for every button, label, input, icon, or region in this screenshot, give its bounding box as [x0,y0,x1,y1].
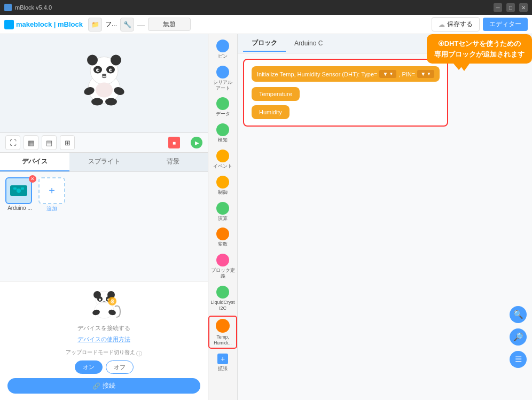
file-menu-button[interactable]: 📁 [88,18,102,32]
tab-backgrounds[interactable]: 背景 [138,153,208,171]
extension-label: 拡張 [208,365,237,372]
upload-mode-buttons: オン オフ [7,360,200,374]
initialize-block-text: Initialize Temp, Humidity Sensor (DHT): … [257,71,377,77]
title-bar: mBlock v5.4.0 ─ □ ✕ [0,0,532,15]
stop-button[interactable]: ■ [168,137,180,148]
app-title: mBlock v5.4.0 [15,4,52,11]
brand-label: makeblock | mBlock [16,20,83,28]
humidity-block: Humidity [252,105,440,119]
upload-mode-label: アップロードモード切り替え [66,349,135,356]
connect-panda-svg: ⚙ [85,288,123,320]
connect-btn-label: 接続 [103,381,115,390]
list-view-button[interactable]: ▤ [42,135,57,150]
detection-label: 検知 [218,137,228,143]
tools-menu-button[interactable]: 🔧 [120,18,134,32]
arduino-icon [9,181,28,200]
category-block-definition[interactable]: ブロック定義 [211,250,235,283]
annotation-line1: ④DHTセンサを使うための [434,38,525,49]
link-icon: 🔗 [92,382,100,390]
svg-point-14 [91,98,103,105]
event-dot [216,150,229,162]
serial-label: シリアルアート [213,80,232,91]
category-arithmetic[interactable]: 演算 [216,199,229,225]
maximize-button[interactable]: □ [506,3,515,12]
temperature-block-btn[interactable]: Temperature [252,87,300,101]
how-to-link[interactable]: デバイスの使用方法 [7,335,200,343]
category-liquidcrystal[interactable]: LiquidCrystI2C [210,283,234,315]
category-serial[interactable]: シリアルアート [213,62,232,95]
tab-blocks[interactable]: ブロック [243,35,286,52]
svg-point-8 [97,69,99,71]
extension-section: + 拡張 [208,354,237,372]
project-name[interactable]: 無題 [148,18,191,31]
category-event[interactable]: イベント [213,146,232,172]
device-label: Arduino ... [5,205,34,211]
svg-point-10 [102,74,106,76]
temperature-label: Temperature [259,91,292,97]
annotation-balloon: ④DHTセンサを使うための 専用ブロックが追加されます [427,34,532,64]
window-controls: ─ □ ✕ [494,3,528,12]
control-dot [216,176,229,189]
device-close-button[interactable]: ✕ [29,175,36,183]
temp-humidity-dot [216,319,230,333]
connect-text: デバイスを接続する [7,324,200,332]
arduino-device-card: ✕ Arduino ... [5,177,34,211]
blockdef-label: ブロック定義 [211,268,235,279]
right-section: ピン シリアルアート データ 検知 イベント [208,34,532,400]
info-icon: ⓘ [136,350,142,358]
fullscreen-button[interactable]: ⛶ [5,135,20,150]
search-zoom-button[interactable]: 🔍 [510,306,527,323]
category-pin[interactable]: ピン [216,36,229,62]
connect-button[interactable]: 🔗 接続 [7,378,200,394]
run-button[interactable]: ▶ [191,137,202,148]
mode-off-button[interactable]: オフ [106,360,134,374]
save-button[interactable]: ☁ 保存する [432,17,480,32]
svg-point-13 [96,82,113,97]
pin-dot [216,40,229,52]
stage-tabs: デバイス スプライト 背景 [0,153,208,172]
panda-sprite [77,48,131,108]
category-temp-humidity[interactable]: Temp,Humidi... [208,316,237,348]
add-extension-button[interactable]: + [217,354,228,364]
category-detection[interactable]: 検知 [216,120,229,146]
mode-on-button[interactable]: オン [75,360,103,374]
menu-icon-button[interactable]: ☰ [510,351,527,368]
zoom-out-button[interactable]: 🔎 [510,328,527,346]
separator: — [137,20,145,29]
tab-arduino-c[interactable]: Arduino C [286,36,331,51]
stage-canvas [0,34,208,132]
editor-button[interactable]: エディター [483,18,528,31]
tab-sprites[interactable]: スプライト [69,153,139,171]
grid-view-button[interactable]: ▦ [24,135,38,150]
close-button[interactable]: ✕ [519,3,528,12]
stop-icon: ■ [173,140,176,146]
arithmetic-dot [216,202,229,215]
grid-view2-button[interactable]: ⊞ [60,135,75,150]
svg-point-2 [87,54,98,65]
humidity-block-btn[interactable]: Humidity [252,105,290,119]
svg-point-19 [17,189,21,193]
category-data[interactable]: データ [216,94,230,120]
menu-bar: makeblock | mBlock 📁 フ... 🔧 — 無題 ☁ 保存する … [0,15,532,34]
svg-rect-18 [21,187,24,190]
category-control[interactable]: 制御 [216,172,229,199]
category-variable[interactable]: 変数 [216,224,229,250]
add-device-button[interactable]: + [38,177,65,204]
block-categories-sidebar: ピン シリアルアート データ 検知 イベント [208,34,238,400]
connect-area: ⚙ デバイスを接続する デバイスの使用方法 アップロードモード切り替え ⓘ オン… [0,281,208,400]
tab-devices[interactable]: デバイス [0,153,69,171]
initialize-block: Initialize Temp, Humidity Sensor (DHT): … [252,66,440,82]
svg-point-15 [105,98,117,105]
save-label: 保存する [447,20,473,29]
pin-dropdown[interactable]: ▼ [417,70,434,78]
balloon-arrow [459,64,470,71]
initialize-block-btn[interactable]: Initialize Temp, Humidity Sensor (DHT): … [252,66,440,82]
main-layout: ⛶ ▦ ▤ ⊞ ■ ▶ デバイス スプライト 背景 ✕ [0,34,532,400]
blockdef-dot [216,254,229,266]
serial-dot [216,66,229,79]
file-label: フ... [105,20,117,29]
minimize-button[interactable]: ─ [494,3,502,12]
annotation-line2: 専用ブロックが追加されます [434,49,525,60]
device-list: ✕ Arduino ... + 追加 [5,177,202,213]
type-dropdown[interactable]: ▼ [379,70,396,78]
